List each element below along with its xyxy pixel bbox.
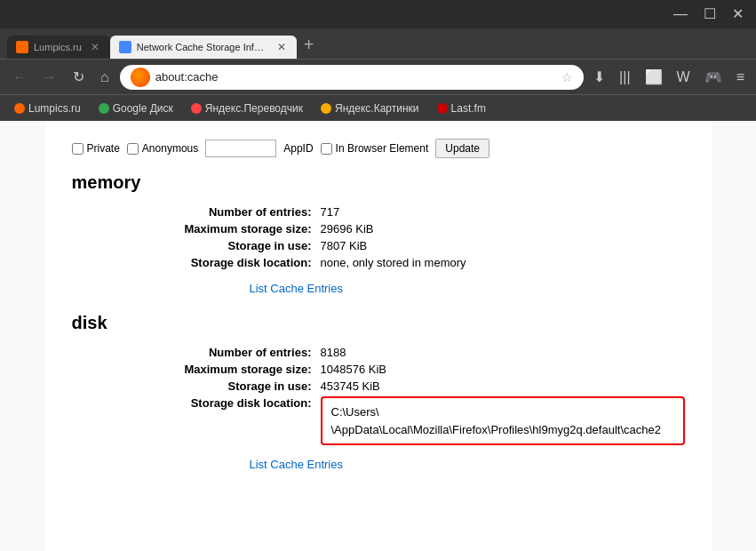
new-tab-button[interactable]: + <box>297 35 322 59</box>
tab-lumpics[interactable]: Lumpics.ru ✕ <box>7 36 110 59</box>
game-icon[interactable]: 🎮 <box>700 66 727 88</box>
bookmarks-bar: Lumpics.ru Google Диск Яндекс.Переводчик… <box>0 94 756 121</box>
sync-icon[interactable]: ⬜ <box>641 66 667 88</box>
bookmark-lastfm-label: Last.fm <box>451 102 486 115</box>
close-button[interactable]: ✕ <box>727 7 749 21</box>
memory-maxsize-label: Maximum storage size: <box>143 222 312 236</box>
anonymous-label: Anonymous <box>142 142 198 155</box>
page-wrapper: Private Anonymous AppID In Browser Eleme… <box>0 121 756 551</box>
private-label: Private <box>87 142 120 155</box>
table-row: Number of entries: 717 <box>143 205 685 219</box>
disk-entries-label: Number of entries: <box>143 346 312 359</box>
table-row: Number of entries: 8188 <box>143 346 685 359</box>
nav-bar: ← → ↻ ⌂ about:cache ☆ ⬇ ||| ⬜ W 🎮 ≡ <box>0 59 756 94</box>
memory-entries-value: 717 <box>321 205 340 219</box>
firefox-logo-icon <box>131 68 150 87</box>
disk-inuse-label: Storage in use: <box>143 379 312 393</box>
toolbar-row: Private Anonymous AppID In Browser Eleme… <box>72 132 685 172</box>
appid-label: AppID <box>283 142 313 155</box>
maximize-button[interactable]: ☐ <box>698 7 721 21</box>
bookmark-yandex-images[interactable]: Яндекс.Картинки <box>314 100 426 117</box>
memory-inuse-value: 7807 KiB <box>321 239 368 252</box>
memory-heading: memory <box>72 172 685 193</box>
tab-title: Lumpics.ru <box>34 42 82 52</box>
disk-storageloc-label: Storage disk location: <box>143 396 312 410</box>
memory-diskloc-value: none, only stored in memory <box>321 256 466 269</box>
bookmark-gdrive-label: Google Диск <box>113 102 173 115</box>
home-button[interactable]: ⌂ <box>95 67 115 88</box>
table-row: Storage in use: 453745 KiB <box>143 379 685 393</box>
memory-list-cache-link[interactable]: List Cache Entries <box>250 282 685 295</box>
tab-title-active: Network Cache Storage Informatio... <box>137 42 268 52</box>
disk-entries-value: 8188 <box>321 346 346 359</box>
private-checkbox-label[interactable]: Private <box>72 142 120 155</box>
memory-diskloc-label: Storage disk location: <box>143 256 312 269</box>
bookmark-gdrive-icon <box>99 103 109 114</box>
disk-storageloc-row: Storage disk location: C:\Users\ \AppDat… <box>143 396 685 445</box>
bookmark-yandex-images-icon <box>321 103 331 114</box>
bookmark-yandex-translate-icon <box>191 103 202 114</box>
disk-maxsize-value: 1048576 KiB <box>321 363 386 376</box>
tab-close-active-icon[interactable]: ✕ <box>277 41 286 53</box>
tabs-bar: Lumpics.ru ✕ Network Cache Storage Infor… <box>0 28 756 59</box>
disk-heading: disk <box>72 313 685 333</box>
address-text: about:cache <box>155 70 556 84</box>
table-row: Storage disk location: none, only stored… <box>143 256 685 269</box>
inbrowser-checkbox-label[interactable]: In Browser Element <box>321 142 429 155</box>
table-row: Maximum storage size: 1048576 KiB <box>143 363 685 376</box>
minimize-button[interactable]: — <box>668 7 693 21</box>
bookmark-lumpics-icon <box>14 103 25 114</box>
bookmark-yandex-translate[interactable]: Яндекс.Переводчик <box>184 100 310 117</box>
title-bar: — ☐ ✕ <box>0 0 756 28</box>
memory-table: Number of entries: 717 Maximum storage s… <box>143 205 685 269</box>
tab-cache[interactable]: Network Cache Storage Informatio... ✕ <box>110 36 297 59</box>
disk-maxsize-label: Maximum storage size: <box>143 363 312 376</box>
bookmark-lastfm-icon <box>437 103 448 114</box>
tab-favicon-active <box>119 41 131 53</box>
bookmark-lastfm[interactable]: Last.fm <box>430 100 493 117</box>
disk-inuse-value: 453745 KiB <box>321 379 380 393</box>
disk-storageloc-value: C:\Users\ \AppData\Local\Mozilla\Firefox… <box>331 405 661 436</box>
bookmark-lumpics-label: Lumpics.ru <box>28 102 81 115</box>
bookmark-star-icon[interactable]: ☆ <box>561 70 573 84</box>
back-button[interactable]: ← <box>7 67 32 88</box>
private-checkbox[interactable] <box>72 143 84 155</box>
page-content: Private Anonymous AppID In Browser Eleme… <box>45 121 712 551</box>
appid-input[interactable] <box>205 140 276 157</box>
library-icon[interactable]: ||| <box>615 67 634 88</box>
tab-close-icon[interactable]: ✕ <box>91 41 99 53</box>
memory-entries-label: Number of entries: <box>143 205 312 219</box>
bookmark-gdrive[interactable]: Google Диск <box>92 100 180 117</box>
inbrowser-label: In Browser Element <box>336 142 429 155</box>
disk-table: Number of entries: 8188 Maximum storage … <box>143 346 685 445</box>
inbrowser-checkbox[interactable] <box>321 143 332 155</box>
disk-storageloc-highlighted-box: C:\Users\ \AppData\Local\Mozilla\Firefox… <box>321 396 685 445</box>
tab-favicon <box>16 41 28 53</box>
refresh-button[interactable]: ↻ <box>68 67 90 88</box>
anonymous-checkbox-label[interactable]: Anonymous <box>127 142 198 155</box>
bookmark-yandex-images-label: Яндекс.Картинки <box>335 102 419 115</box>
download-icon[interactable]: ⬇ <box>589 66 609 88</box>
address-bar[interactable]: about:cache ☆ <box>120 65 584 90</box>
memory-maxsize-value: 29696 KiB <box>321 222 374 236</box>
disk-list-cache-link[interactable]: List Cache Entries <box>250 458 685 471</box>
window-controls: — ☐ ✕ <box>668 7 749 21</box>
bookmark-lumpics[interactable]: Lumpics.ru <box>7 100 88 117</box>
anonymous-checkbox[interactable] <box>127 143 139 155</box>
forward-button[interactable]: → <box>37 67 62 88</box>
menu-icon[interactable]: ≡ <box>732 67 749 88</box>
table-row: Maximum storage size: 29696 KiB <box>143 222 685 236</box>
table-row: Storage in use: 7807 KiB <box>143 239 685 252</box>
bookmark-yandex-translate-label: Яндекс.Переводчик <box>205 102 303 115</box>
memory-inuse-label: Storage in use: <box>143 239 312 252</box>
extension-icon[interactable]: W <box>672 67 695 88</box>
update-button[interactable]: Update <box>435 139 489 158</box>
